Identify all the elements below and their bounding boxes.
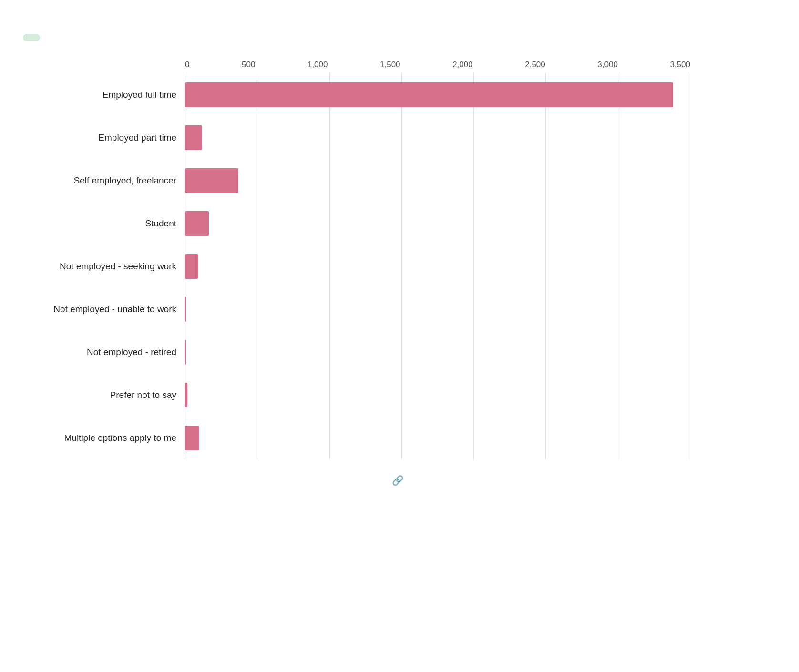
chart-row: Not employed - unable to work (23, 288, 690, 331)
bar-container (185, 245, 690, 288)
bar-container (185, 331, 690, 374)
x-axis-label: 1,500 (380, 60, 400, 70)
chart-row: Student (23, 202, 690, 245)
row-label: Employed part time (23, 132, 185, 143)
bar-container (185, 159, 690, 202)
bar-container (185, 374, 690, 417)
chart-row: Prefer not to say (23, 374, 690, 417)
x-axis-label: 500 (242, 60, 255, 70)
row-label: Not employed - seeking work (23, 261, 185, 272)
row-label: Not employed - unable to work (23, 304, 185, 315)
row-label: Employed full time (23, 90, 185, 100)
chart-row: Employed part time (23, 116, 690, 159)
row-label: Self employed, freelancer (23, 175, 185, 186)
new-question-badge (23, 34, 40, 41)
bar (185, 426, 199, 450)
bar (185, 340, 186, 365)
bar-container (185, 202, 690, 245)
bar-container (185, 116, 690, 159)
bar (185, 211, 209, 236)
bar (185, 168, 238, 193)
row-label: Prefer not to say (23, 390, 185, 400)
chart-row: Self employed, freelancer (23, 159, 690, 202)
chart-row: Multiple options apply to me (23, 417, 690, 459)
bar (185, 254, 198, 279)
bar (185, 125, 202, 150)
chart-row: Employed full time (23, 73, 690, 116)
bar (185, 297, 186, 322)
x-axis: 05001,0001,5002,0002,5003,0003,500 (185, 60, 690, 70)
bar-container (185, 417, 690, 459)
chart-area: 05001,0001,5002,0002,5003,0003,500 Emplo… (23, 60, 690, 459)
x-axis-label: 2,000 (452, 60, 473, 70)
x-axis-label: 2,500 (525, 60, 545, 70)
chart-row: Not employed - seeking work (23, 245, 690, 288)
row-label: Not employed - retired (23, 347, 185, 357)
bar (185, 383, 187, 407)
bar-container (185, 288, 690, 331)
row-label: Student (23, 218, 185, 229)
x-axis-label: 3,000 (597, 60, 618, 70)
x-axis-label: 3,500 (670, 60, 690, 70)
chart-rows: Employed full timeEmployed part timeSelf… (23, 73, 690, 459)
link-icon: 🔗 (392, 475, 404, 486)
x-axis-label: 0 (185, 60, 189, 70)
bar-container (185, 73, 690, 116)
bar (185, 82, 673, 107)
row-label: Multiple options apply to me (23, 433, 185, 443)
chart-row: Not employed - retired (23, 331, 690, 374)
x-axis-label: 1,000 (307, 60, 328, 70)
copy-link-button[interactable]: 🔗 (23, 475, 776, 486)
